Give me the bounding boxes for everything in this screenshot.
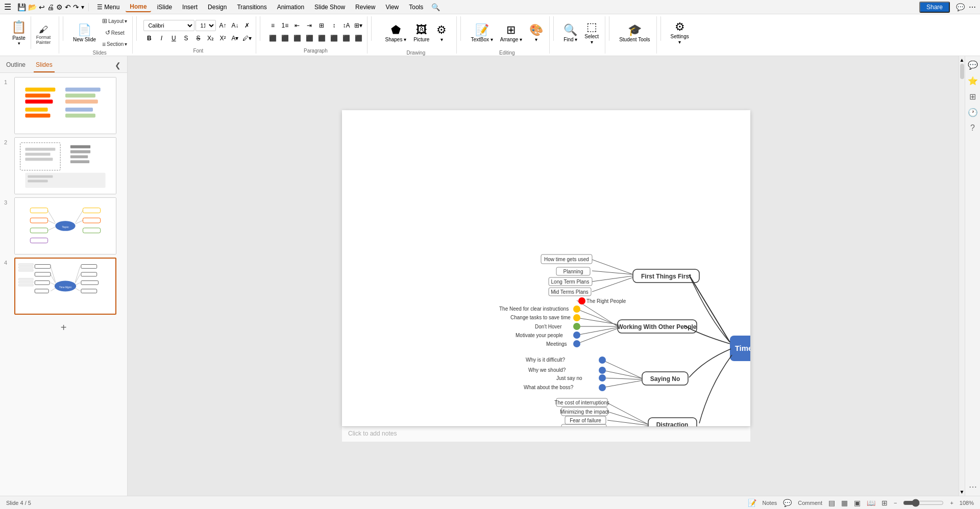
justify-button[interactable]: ⬛: [304, 33, 315, 44]
star-icon[interactable]: ⭐: [968, 76, 978, 86]
slide-thumbnail-2[interactable]: [14, 137, 116, 194]
menu-item-review[interactable]: Review: [351, 3, 379, 12]
bullets-button[interactable]: ≡: [267, 20, 278, 31]
slide-sorter-icon[interactable]: ▦: [841, 499, 848, 507]
select-button[interactable]: ⬚ Select ▾: [581, 16, 602, 49]
student-tools-button[interactable]: 🎓 Student Tools: [616, 16, 653, 49]
paste-button[interactable]: 📋 Paste ▾: [7, 16, 31, 49]
align-right-button[interactable]: ⬛: [291, 33, 303, 44]
clear-format-button[interactable]: ✗: [241, 20, 253, 31]
strikethrough-button[interactable]: S: [192, 33, 204, 44]
highlight-button[interactable]: 🖊▾: [241, 33, 253, 44]
menu-item-slideshow[interactable]: Slide Show: [310, 3, 349, 12]
toolbar-dropdown-icon[interactable]: ▾: [81, 4, 84, 11]
align-left-button[interactable]: ⬛: [267, 33, 278, 44]
picture-button[interactable]: 🖼 Picture: [410, 16, 432, 49]
align-middle-button[interactable]: ⬛: [340, 33, 352, 44]
menu-item-tools[interactable]: Tools: [405, 3, 427, 12]
subscript-button[interactable]: X₂: [205, 33, 216, 44]
comment-label[interactable]: Comment: [798, 500, 822, 506]
comments-icon[interactable]: 💬: [956, 3, 965, 11]
line-spacing-button[interactable]: ↕: [328, 20, 339, 31]
toolbar-open-icon[interactable]: 📂: [28, 3, 37, 11]
toolbar-undo2-icon[interactable]: ↶: [65, 3, 71, 11]
fit-slide-icon[interactable]: ⊞: [881, 499, 888, 507]
toolbar-more-icon[interactable]: ⚙: [56, 3, 63, 11]
reset-button[interactable]: ↺ Reset: [100, 28, 129, 38]
superscript-button[interactable]: X²: [217, 33, 228, 44]
clock-icon[interactable]: 🕐: [968, 108, 978, 117]
notes-area[interactable]: Click to add notes: [342, 426, 750, 442]
quick-styles-button[interactable]: 🎨 ▾: [526, 16, 546, 49]
toolbar-print-icon[interactable]: 🖨: [47, 3, 54, 11]
increase-font-button[interactable]: A↑: [217, 20, 228, 31]
menu-icon[interactable]: ☰: [4, 2, 11, 12]
find-button[interactable]: 🔍 Find ▾: [560, 16, 580, 49]
section-button[interactable]: ≡ Section ▾: [100, 39, 129, 49]
col-button[interactable]: ⬛: [316, 33, 327, 44]
add-slide-button[interactable]: +: [4, 318, 123, 338]
new-slide-button[interactable]: 📄 New Slide: [70, 16, 99, 49]
decrease-font-button[interactable]: A↓: [229, 20, 240, 31]
bold-button[interactable]: B: [143, 33, 155, 44]
menu-item-view[interactable]: View: [381, 3, 403, 12]
comment-icon[interactable]: 💬: [783, 499, 792, 507]
slide-thumbnail-4[interactable]: Time Mgmt: [14, 258, 116, 315]
numbering-button[interactable]: 1≡: [279, 20, 290, 31]
menu-item-menu[interactable]: ☰ Menu: [93, 3, 124, 12]
toolbar-save-icon[interactable]: 💾: [17, 3, 26, 11]
slide-thumbnail-1[interactable]: [14, 77, 116, 134]
share-button[interactable]: Share: [919, 2, 950, 13]
increase-indent-button[interactable]: ⇥: [304, 20, 315, 31]
format-painter-button[interactable]: 🖌 Format Painter: [33, 22, 54, 47]
menu-item-design[interactable]: Design: [204, 3, 231, 12]
italic-button[interactable]: I: [156, 33, 167, 44]
convert-to-smartart-button[interactable]: ⊞▾: [353, 20, 364, 31]
notes-panel-icon[interactable]: 📝: [748, 499, 756, 507]
more-options-icon[interactable]: ⋯: [969, 3, 976, 11]
slide-thumb-4[interactable]: 4 Time Mgmt: [4, 258, 123, 315]
slide-thumb-1[interactable]: 1: [4, 77, 123, 134]
reading-view-icon[interactable]: ▣: [854, 499, 861, 507]
textbox-button[interactable]: 📝 TextBox ▾: [468, 16, 496, 49]
toolbar-undo-icon[interactable]: ↩: [39, 3, 45, 11]
tab-outline[interactable]: Outline: [4, 59, 28, 72]
slide-thumb-3[interactable]: 3 Topic: [4, 197, 123, 254]
col-count-button[interactable]: ⊞: [316, 20, 327, 31]
slideshow-icon[interactable]: 📖: [867, 499, 875, 507]
menu-item-transitions[interactable]: Transitions: [233, 3, 271, 12]
sidebar-collapse-button[interactable]: ❮: [113, 59, 123, 72]
shapes-button[interactable]: ⬟ Shapes ▾: [382, 16, 409, 49]
font-size-select[interactable]: 1112141618: [195, 20, 216, 31]
more-right-icon[interactable]: ⋯: [969, 482, 977, 492]
settings-button[interactable]: ⚙ Settings ▾: [668, 16, 692, 49]
slide-thumb-2[interactable]: 2: [4, 137, 123, 194]
layout-icon[interactable]: ⊞: [969, 92, 976, 101]
underline-button[interactable]: U: [168, 33, 179, 44]
zoom-slider[interactable]: [903, 499, 944, 507]
normal-view-icon[interactable]: ▤: [828, 499, 835, 507]
menu-item-insert[interactable]: Insert: [178, 3, 202, 12]
help-icon[interactable]: ?: [970, 123, 975, 133]
shadow-button[interactable]: S: [180, 33, 191, 44]
layout-button[interactable]: ⊞ Layout ▾: [100, 16, 129, 26]
comment-panel-icon[interactable]: 💬: [968, 60, 978, 70]
text-direction-button[interactable]: ↕A: [340, 20, 352, 31]
search-icon[interactable]: 🔍: [431, 3, 440, 11]
align-center-button[interactable]: ⬛: [279, 33, 290, 44]
menu-item-islide[interactable]: iSlide: [153, 3, 176, 12]
align-bottom-button[interactable]: ⬛: [353, 33, 364, 44]
notes-label[interactable]: Notes: [763, 500, 777, 506]
zoom-out-button[interactable]: −: [894, 500, 897, 506]
menu-item-home[interactable]: Home: [126, 2, 151, 12]
tab-slides[interactable]: Slides: [34, 59, 55, 72]
font-color-button[interactable]: A▾: [229, 33, 240, 44]
decrease-indent-button[interactable]: ⇤: [291, 20, 303, 31]
slide-thumbnail-3[interactable]: Topic: [14, 197, 116, 254]
font-family-select[interactable]: CalibriArialTimes New Roman: [143, 20, 194, 31]
zoom-in-button[interactable]: +: [950, 500, 953, 506]
slide-canvas[interactable]: Time Management First Things First How t…: [342, 110, 750, 426]
adjust-button[interactable]: ⚙ ▾: [433, 16, 450, 49]
toolbar-redo-icon[interactable]: ↷: [73, 3, 79, 11]
align-top-button[interactable]: ⬛: [328, 33, 339, 44]
